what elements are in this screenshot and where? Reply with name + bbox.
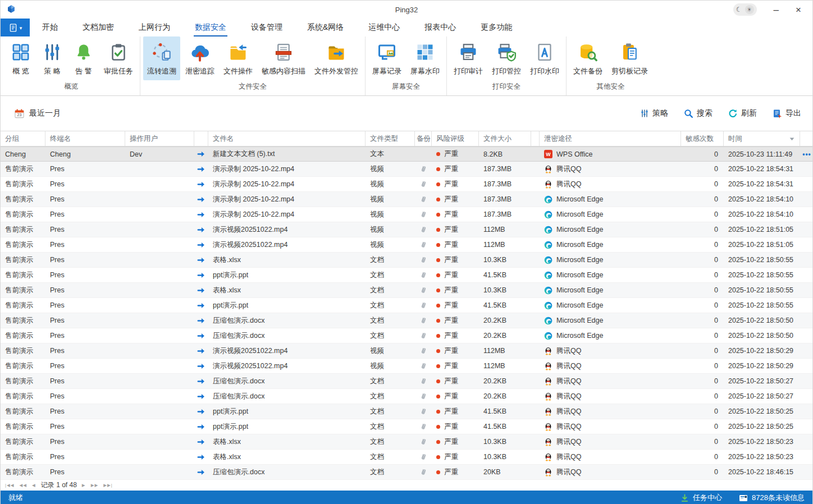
- column-header-group[interactable]: 分组: [1, 131, 45, 146]
- column-header-type[interactable]: 文件类型: [366, 131, 415, 146]
- table-row[interactable]: 售前演示Pres表格.xlsx文档严重10.3KBMicrosoft Edge0…: [1, 283, 812, 298]
- cell-type: 视频: [366, 164, 415, 174]
- print-watermark-button[interactable]: 打印水印: [526, 36, 563, 80]
- tab-more-features[interactable]: 更多功能: [468, 19, 524, 36]
- column-header-time[interactable]: 时间: [724, 131, 800, 146]
- leak-route-label: Microsoft Edge: [556, 195, 603, 203]
- table-row[interactable]: 售前演示Presppt演示.ppt文档严重41.5KBMicrosoft Edg…: [1, 298, 812, 313]
- refresh-button[interactable]: 刷新: [728, 108, 757, 118]
- cell-arrow: [194, 347, 208, 355]
- table-row[interactable]: 售前演示Pres表格.xlsx文档严重10.3KB腾讯QQ02025-10-22…: [1, 434, 812, 450]
- cell-sensitive-count: 0: [681, 301, 724, 309]
- print-control-button[interactable]: 打印管控: [488, 36, 525, 80]
- column-header-route[interactable]: 泄密途径: [540, 131, 681, 146]
- table-row[interactable]: 售前演示Presppt演示.ppt文档严重41.5KBMicrosoft Edg…: [1, 268, 812, 283]
- pager-next-button-0[interactable]: ▶: [82, 483, 86, 488]
- column-header-spacer[interactable]: [531, 131, 540, 146]
- pager-next-button-1[interactable]: ▶▶: [91, 483, 99, 488]
- cell-size: 112MB: [479, 362, 531, 370]
- ribbon-button-label: 打印审计: [454, 66, 483, 76]
- clipboard-record-button[interactable]: 剪切板记录: [608, 36, 652, 80]
- column-header-file[interactable]: 文件名: [208, 131, 366, 146]
- cell-leak-route: 腾讯QQ: [540, 437, 681, 447]
- leak-trace-button[interactable]: 泄密追踪: [181, 36, 218, 80]
- table-row[interactable]: 售前演示Pres压缩包演示.docx文档严重20.2KBMicrosoft Ed…: [1, 328, 812, 343]
- table-row[interactable]: 售前演示Pres演示录制 2025-10-22.mp4视频严重187.3MBMi…: [1, 207, 812, 222]
- column-header-user[interactable]: 操作用户: [125, 131, 194, 146]
- date-range-filter[interactable]: 23 最近一月: [14, 108, 61, 119]
- row-actions-button[interactable]: •••: [802, 150, 811, 158]
- tab-device-management[interactable]: 设备管理: [239, 19, 295, 36]
- cell-size: 187.3MB: [479, 180, 531, 188]
- table-row[interactable]: 售前演示Pres演示视频20251022.mp4视频严重112MB腾讯QQ020…: [1, 359, 812, 374]
- flow-trace-button[interactable]: 流转追溯: [143, 36, 180, 80]
- table-row[interactable]: 售前演示Pres演示录制 2025-10-22.mp4视频严重187.3MBMi…: [1, 192, 812, 207]
- table-row[interactable]: 售前演示Pres压缩包演示.docx文档严重20.2KB腾讯QQ02025-10…: [1, 374, 812, 389]
- overview-grid-icon: [11, 42, 31, 62]
- theme-toggle[interactable]: ☾ ☀: [733, 3, 757, 16]
- export-button[interactable]: 导出: [773, 108, 801, 118]
- file-operations-button[interactable]: 文件操作: [220, 36, 257, 80]
- forward-arrow-icon: [197, 377, 205, 386]
- column-header-backup[interactable]: 备份: [415, 131, 432, 146]
- column-header-arrow[interactable]: [194, 131, 208, 146]
- ribbon-button-label: 告 警: [75, 66, 92, 76]
- overview-button[interactable]: 概 览: [6, 36, 36, 80]
- approval-tasks-button[interactable]: 审批任务: [100, 36, 137, 80]
- risk-label: 严重: [444, 149, 458, 159]
- table-row[interactable]: 售前演示Pres表格.xlsx文档严重10.3KBMicrosoft Edge0…: [1, 253, 812, 268]
- ribbon-button-label: 泄密追踪: [185, 66, 214, 76]
- file-outgoing-control-button[interactable]: 文件外发管控: [310, 36, 362, 80]
- table-row[interactable]: 售前演示Presppt演示.ppt文档严重41.5KB腾讯QQ02025-10-…: [1, 419, 812, 434]
- tab-data-security[interactable]: 数据安全: [182, 19, 239, 36]
- column-header-size[interactable]: 文件大小: [479, 131, 531, 146]
- forward-arrow-icon: [197, 438, 205, 446]
- print-audit-button[interactable]: 打印审计: [450, 36, 487, 80]
- pager-prev-button-1[interactable]: ◀◀: [19, 483, 27, 488]
- tab-doc-encryption[interactable]: 文档加密: [70, 19, 126, 36]
- task-center-button[interactable]: 任务中心: [680, 493, 722, 503]
- tab-ops-center[interactable]: 运维中心: [356, 19, 412, 36]
- search-button[interactable]: 搜索: [684, 108, 712, 118]
- forward-arrow-icon: [197, 332, 205, 340]
- file-menu-button[interactable]: ▾: [1, 19, 30, 36]
- table-row[interactable]: 售前演示Pres演示视频20251022.mp4视频严重112MB腾讯QQ020…: [1, 343, 812, 359]
- sensitive-content-scan-button[interactable]: 敏感内容扫描: [258, 36, 309, 80]
- pager-prev-button-0[interactable]: |◀◀: [5, 483, 14, 488]
- risk-label: 严重: [444, 195, 458, 204]
- pager-prev-button-2[interactable]: ◀: [32, 483, 36, 488]
- minimize-button[interactable]: –: [774, 5, 779, 15]
- table-row[interactable]: 售前演示Pres演示视频20251022.mp4视频严重112MBMicroso…: [1, 237, 812, 253]
- file-backup-button[interactable]: 文件备份: [569, 36, 606, 80]
- table-row[interactable]: 售前演示Pres演示录制 2025-10-22.mp4视频严重187.3MB腾讯…: [1, 162, 812, 177]
- column-header-actions[interactable]: [800, 131, 813, 146]
- tab-web-behavior[interactable]: 上网行为: [126, 19, 182, 36]
- column-header-count[interactable]: 敏感次数: [681, 131, 724, 146]
- cell-time: 2025-10-22 18:50:23: [724, 438, 800, 446]
- table-row[interactable]: 售前演示Pres表格.xlsx文档严重10.3KB腾讯QQ02025-10-22…: [1, 450, 812, 465]
- table-row[interactable]: 售前演示Pres压缩包演示.docx文档严重20.2KB腾讯QQ02025-10…: [1, 389, 812, 404]
- table-row[interactable]: 售前演示Pres压缩包演示.docx文档严重20KB腾讯QQ02025-10-2…: [1, 465, 812, 480]
- table-row[interactable]: 售前演示Presppt演示.ppt文档严重41.5KB腾讯QQ02025-10-…: [1, 404, 812, 419]
- table-row[interactable]: ChengChengDev新建文本文档 (5).txt文本严重8.2KBWWPS…: [1, 146, 812, 162]
- pager-next-button-2[interactable]: ▶▶|: [103, 483, 112, 488]
- alerts-button[interactable]: 告 警: [68, 36, 99, 80]
- table-row[interactable]: 售前演示Pres演示录制 2025-10-22.mp4视频严重187.3MB腾讯…: [1, 177, 812, 192]
- column-header-terminal[interactable]: 终端名: [45, 131, 125, 146]
- table-row[interactable]: 售前演示Pres演示视频20251022.mp4视频严重112MBMicroso…: [1, 222, 812, 237]
- screen-record-button[interactable]: 屏幕记录: [368, 36, 405, 80]
- policy-button[interactable]: 策 略: [37, 36, 67, 80]
- cell-terminal: Pres: [45, 438, 125, 446]
- column-header-risk[interactable]: 风险评级: [432, 131, 479, 146]
- cell-size: 41.5KB: [479, 407, 531, 415]
- leak-route-label: Microsoft Edge: [556, 286, 603, 294]
- cell-arrow: [194, 150, 208, 158]
- policy-button[interactable]: 策略: [640, 108, 668, 118]
- unread-messages-button[interactable]: 8728条未读信息: [739, 493, 805, 503]
- tab-start[interactable]: 开始: [30, 19, 70, 36]
- tab-system-network[interactable]: 系统&网络: [295, 19, 356, 36]
- table-row[interactable]: 售前演示Pres压缩包演示.docx文档严重20.2KBMicrosoft Ed…: [1, 313, 812, 328]
- screen-watermark-button[interactable]: 屏幕水印: [406, 36, 444, 80]
- tab-report-center[interactable]: 报表中心: [412, 19, 468, 36]
- close-button[interactable]: ×: [796, 5, 801, 15]
